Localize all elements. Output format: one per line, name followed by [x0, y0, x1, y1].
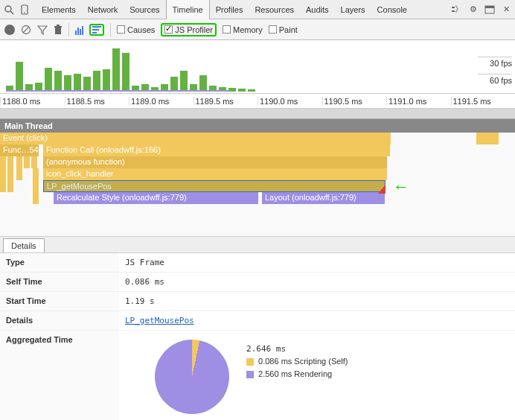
svg-point-0: [5, 6, 11, 12]
warning-triangle-icon: [378, 185, 386, 194]
frame-stripe[interactable]: [16, 156, 22, 168]
row-type-label: Type: [0, 253, 119, 273]
overview-bar: [248, 89, 255, 92]
overview-pane[interactable]: 30 fps 60 fps: [0, 40, 515, 94]
details-tabbar: Details: [0, 237, 515, 253]
tab-elements[interactable]: Elements: [36, 0, 82, 19]
frame-stripe[interactable]: [7, 156, 13, 168]
frame-recalculate-style[interactable]: Recalculate Style (onloadwff.js:779): [54, 192, 258, 204]
svg-rect-7: [485, 6, 494, 8]
overview-bar: [64, 75, 71, 92]
svg-point-3: [24, 12, 25, 13]
frame-tail[interactable]: [476, 133, 499, 144]
frame-func54[interactable]: Func…54): [0, 144, 39, 156]
overview-bar: [170, 77, 178, 92]
details-table: Type JS Frame Self Time 0.086 ms Start T…: [0, 253, 515, 420]
close-icon[interactable]: ✕: [500, 4, 512, 16]
overview-bar: [45, 68, 52, 92]
annotation-arrow-icon: ←: [393, 177, 409, 197]
paint-checkbox[interactable]: Paint: [269, 25, 298, 34]
frame-stripe[interactable]: [0, 168, 6, 180]
svg-rect-5: [452, 10, 455, 12]
overview-bar: [112, 48, 120, 92]
aggregated-pie-chart: [155, 340, 229, 414]
frame-stripe[interactable]: [24, 156, 30, 168]
overview-bar: [180, 71, 188, 92]
tab-profiles[interactable]: Profiles: [210, 0, 249, 19]
row-starttime-value: 1.19 s: [119, 292, 515, 311]
pie-legend: 2.646 ms 0.086 ms Scripting (Self) 2.560…: [246, 341, 348, 382]
row-aggtime-label: Aggregated Time: [0, 331, 119, 421]
overview-bar: [228, 88, 236, 92]
legend-total: 2.646 ms: [246, 344, 348, 354]
tab-sources[interactable]: Sources: [124, 0, 165, 19]
frame-function-call[interactable]: Function Call (onloadwff.js:166): [43, 144, 390, 156]
row-type-value: JS Frame: [119, 253, 515, 273]
device-icon[interactable]: [19, 4, 31, 16]
svg-line-1: [10, 11, 13, 14]
frame-stripe[interactable]: [33, 168, 39, 180]
settings-gear-icon[interactable]: ⚙: [467, 4, 479, 16]
frame-layout[interactable]: Layout (onloadwff.js:779): [262, 192, 385, 204]
overview-bar: [83, 77, 91, 92]
tab-timeline[interactable]: Timeline: [166, 0, 210, 19]
svg-rect-11: [55, 28, 61, 34]
overview-bar: [103, 69, 110, 92]
overview-bar: [74, 74, 81, 92]
overview-bar: [238, 89, 246, 92]
view-bars-icon[interactable]: [75, 25, 83, 35]
legend-scripting: 0.086 ms Scripting (Self): [246, 357, 348, 366]
frame-stripe[interactable]: [31, 156, 37, 168]
frame-stripe[interactable]: [33, 192, 39, 204]
thread-header: Main Thread: [0, 119, 515, 133]
record-button[interactable]: [4, 25, 15, 35]
tab-audits[interactable]: Audits: [300, 0, 335, 19]
frame-icon-click-handler[interactable]: icon_click_handler: [43, 168, 387, 180]
legend-rendering: 2.560 ms Rendering: [246, 369, 348, 379]
tab-layers[interactable]: Layers: [335, 0, 371, 19]
row-details-label: Details: [0, 311, 119, 331]
overview-bar: [93, 71, 100, 92]
view-flamechart-icon[interactable]: [89, 24, 104, 36]
frame-stripe[interactable]: [0, 180, 6, 192]
causes-checkbox[interactable]: Causes: [117, 25, 155, 34]
timeline-toolbar: Causes JS Profiler Memory Paint: [0, 19, 515, 40]
filter-icon[interactable]: [37, 25, 48, 35]
svg-marker-10: [38, 26, 47, 34]
drawer-icon[interactable]: 》: [451, 4, 463, 16]
scrubber[interactable]: [0, 109, 515, 119]
overview-bar: [54, 71, 62, 92]
svg-rect-12: [54, 26, 62, 28]
overview-bar: [16, 62, 23, 92]
search-icon[interactable]: [3, 4, 15, 16]
svg-rect-4: [452, 7, 455, 8]
tab-resources[interactable]: Resources: [249, 0, 300, 19]
frame-stripe[interactable]: [7, 180, 13, 192]
frame-anonymous[interactable]: (anonymous function): [43, 156, 387, 168]
frame-stripe[interactable]: [7, 168, 13, 180]
clear-icon[interactable]: [21, 25, 31, 35]
frame-event-click[interactable]: Event (click): [0, 133, 391, 144]
frame-stripe[interactable]: [16, 168, 22, 180]
overview-bar: [199, 75, 207, 92]
dock-icon[interactable]: [484, 4, 496, 16]
svg-line-9: [23, 27, 29, 33]
tab-console[interactable]: Console: [371, 0, 413, 19]
time-axis: 1188.0 ms1188.5 ms1189.0 ms1189.5 ms1190…: [0, 94, 515, 109]
aggregated-time-cell: 2.646 ms 0.086 ms Scripting (Self) 2.560…: [119, 331, 515, 421]
overview-bar: [122, 53, 129, 92]
js-profiler-checkbox[interactable]: JS Profiler: [164, 25, 213, 34]
panel-tabs: Elements Network Sources Timeline Profil…: [36, 0, 447, 19]
details-function-link[interactable]: LP_getMousePos: [125, 316, 194, 325]
frame-stripe[interactable]: [33, 180, 39, 192]
tab-details[interactable]: Details: [3, 238, 45, 252]
memory-checkbox[interactable]: Memory: [223, 25, 263, 34]
frame-selected-lp-getmousepos[interactable]: LP_getMousePos: [43, 180, 386, 192]
row-selftime-value: 0.086 ms: [119, 273, 515, 292]
svg-rect-13: [57, 25, 60, 26]
tab-network[interactable]: Network: [82, 0, 124, 19]
row-starttime-label: Start Time: [0, 292, 119, 311]
flame-chart[interactable]: Event (click) Func…54) Function Call (on…: [0, 133, 515, 237]
garbage-icon[interactable]: [54, 25, 63, 35]
frame-stripe[interactable]: [0, 156, 6, 168]
